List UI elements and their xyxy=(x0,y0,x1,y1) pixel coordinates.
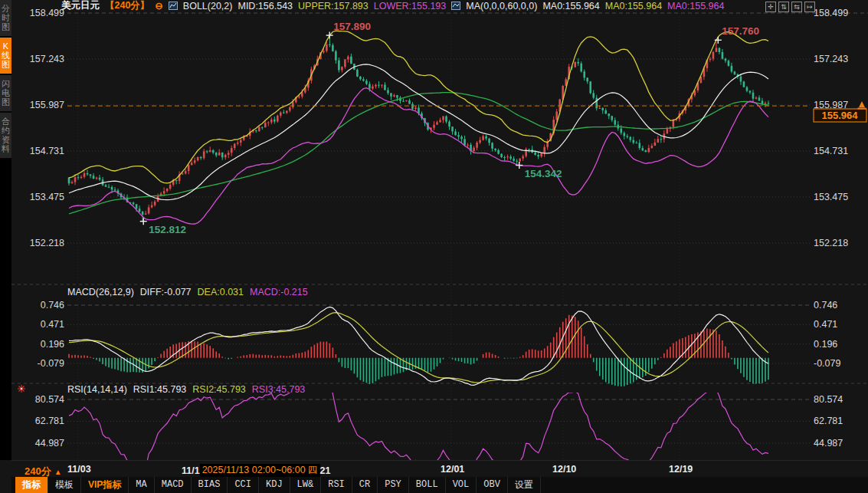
chart-type-sidebar: 分时图K线图闪电图合约资料 xyxy=(0,0,11,460)
boll-indicator-icon[interactable] xyxy=(169,2,178,10)
toolbar-button-MACD[interactable]: MACD xyxy=(155,477,192,493)
axis-label: -0.079 xyxy=(38,358,64,369)
axis-label: 152.218 xyxy=(814,238,848,248)
shift-right-icon[interactable]: ↦ xyxy=(804,2,815,12)
symbol-title: 美元日元 xyxy=(61,0,100,12)
axis-label: 80.574 xyxy=(814,394,843,405)
scale-y-axis-icon[interactable]: ⇅ xyxy=(778,2,789,12)
axis-label: 158.499 xyxy=(30,8,64,18)
toolbar-button-VOL[interactable]: VOL xyxy=(446,477,477,493)
period-collapse-icon[interactable]: ⊖ xyxy=(155,0,162,12)
toolbar-button-MA[interactable]: MA xyxy=(129,477,154,493)
boll-upper: UPPER:157.893 xyxy=(298,1,368,12)
marker-sun-icon xyxy=(18,385,25,393)
axis-label: 157.243 xyxy=(814,54,848,64)
macd-diff: DIFF:-0.077 xyxy=(140,287,192,297)
svg-text:154.342: 154.342 xyxy=(525,168,562,179)
toolbar-button-BIAS[interactable]: BIAS xyxy=(192,477,228,493)
price-annotation: 154.342 xyxy=(516,162,562,179)
svg-text:157.760: 157.760 xyxy=(722,25,759,37)
svg-text:155.964: 155.964 xyxy=(822,110,859,121)
axis-label: 154.731 xyxy=(814,146,848,156)
sidebar-tab-1[interactable]: K线图 xyxy=(0,38,11,75)
time-label-partial: 11/1 xyxy=(182,465,200,476)
time-axis-bar: 240分▲ 11/1 2025/11/13 02:00~06:00 四 21 1… xyxy=(11,460,868,478)
toolbar-button-CCI[interactable]: CCI xyxy=(228,477,259,493)
axis-label: 0.196 xyxy=(41,339,64,350)
ma-name: MA(0,0,0,60,0,0) xyxy=(466,1,537,12)
boll-name: BOLL(20,2) xyxy=(183,1,233,12)
axis-label: 0.471 xyxy=(814,319,837,330)
period-selector-label: 240分 xyxy=(25,465,51,477)
tooltip-datetime: 2025/11/13 02:00~06:00 四 xyxy=(200,464,320,477)
toolbar-button-设置[interactable]: 设置 xyxy=(508,477,541,493)
rsi-2: RSI2:45.793 xyxy=(192,384,246,395)
scale-x-axis-icon[interactable]: ⇆ xyxy=(791,2,802,12)
toolbar-button-LW&[interactable]: LW& xyxy=(290,477,322,493)
ma0-magenta: MA0:155.964 xyxy=(667,1,724,12)
svg-text:152.812: 152.812 xyxy=(149,224,186,235)
axis-label: 155.987 xyxy=(814,100,848,110)
period-label: 【240分】 xyxy=(105,0,149,12)
axis-label: 152.218 xyxy=(30,238,64,248)
axis-label: 158.499 xyxy=(814,8,848,18)
axis-label: 157.243 xyxy=(30,54,64,64)
rsi-panel-header: RSI(14,14,14) RSI1:45.793 RSI2:45.793 RS… xyxy=(67,384,305,395)
indicator-header-bar: 美元日元 【240分】 ⊖ BOLL(20,2) MID:156.543 UPP… xyxy=(61,0,724,12)
sidebar-tab-3[interactable]: 合约资料 xyxy=(0,113,11,159)
toolbar-button-VIP指标[interactable]: VIP指标 xyxy=(81,477,129,493)
macd-dea: DEA:0.031 xyxy=(198,287,244,297)
axis-label: 153.475 xyxy=(814,192,848,202)
time-label: 12/01 xyxy=(441,464,464,475)
rsi-1: RSI1:45.793 xyxy=(133,384,187,395)
boll-mid-line xyxy=(69,64,768,200)
time-label-partial: 21 xyxy=(320,465,331,476)
axis-label: 0.196 xyxy=(814,339,837,350)
axis-label: 153.475 xyxy=(30,192,64,202)
toolbar-button-PSY[interactable]: PSY xyxy=(378,477,409,493)
axis-label: 44.987 xyxy=(35,438,64,449)
toolbar-button-BOLL[interactable]: BOLL xyxy=(409,477,446,493)
axis-label: 0.471 xyxy=(41,319,64,330)
macd-name: MACD(26,12,9) xyxy=(67,287,134,297)
time-label: 12/10 xyxy=(552,464,576,475)
indicator-toolbar: 指标模板VIP指标MAMACDBIASCCIKDJLW&RSICRPSYBOLL… xyxy=(11,477,868,493)
ma0-yellow: MA0:155.964 xyxy=(605,1,662,12)
axis-label: 62.781 xyxy=(814,416,843,426)
macd-macd: MACD:-0.215 xyxy=(250,287,308,297)
time-label: 12/19 xyxy=(669,464,693,475)
sidebar-tab-0[interactable]: 分时图 xyxy=(0,0,11,38)
price-annotation: 157.890 xyxy=(326,21,371,39)
sidebar-tab-2[interactable]: 闪电图 xyxy=(0,75,11,113)
axis-label: 0.746 xyxy=(814,300,837,311)
chart-tool-buttons: ✛⇅⇆↦ xyxy=(765,2,815,12)
axis-label: 44.987 xyxy=(814,438,843,449)
toolbar-button-指标[interactable]: 指标 xyxy=(15,477,48,493)
axis-label: 0.746 xyxy=(41,300,64,311)
crosshair-date-tooltip: 11/1 2025/11/13 02:00~06:00 四 21 xyxy=(182,464,331,477)
macd-panel-header: MACD(26,12,9) DIFF:-0.077 DEA:0.031 MACD… xyxy=(67,287,308,297)
ma0-white: MA0:155.964 xyxy=(542,1,599,12)
axis-label: 62.781 xyxy=(35,416,64,426)
boll-mid: MID:156.543 xyxy=(237,1,293,12)
axis-label: 80.574 xyxy=(35,394,64,405)
price-annotation: 157.760 xyxy=(715,25,759,44)
rsi-name: RSI(14,14,14) xyxy=(67,384,127,395)
price-alert-icon xyxy=(859,101,865,107)
rsi-3: RSI3:45.793 xyxy=(252,384,306,395)
toolbar-button-KDJ[interactable]: KDJ xyxy=(259,477,290,493)
svg-text:157.890: 157.890 xyxy=(333,21,371,32)
ma-indicator-icon[interactable] xyxy=(451,2,460,10)
toolbar-button-CR[interactable]: CR xyxy=(352,477,378,493)
trading-app-window: 分时图K线图闪电图合约资料 美元日元 【240分】 ⊖ BOLL(20,2) M… xyxy=(0,0,868,493)
axis-label: 154.731 xyxy=(30,146,64,156)
toolbar-button-RSI[interactable]: RSI xyxy=(321,477,352,493)
toolbar-button-模板[interactable]: 模板 xyxy=(48,477,81,493)
period-up-arrow-icon: ▲ xyxy=(54,468,62,476)
axis-label: -0.079 xyxy=(814,358,840,369)
axis-label: 155.987 xyxy=(30,100,64,110)
toolbar-button-OBV[interactable]: OBV xyxy=(477,477,508,493)
time-label: 11/03 xyxy=(67,464,91,475)
boll-lower: LOWER:155.193 xyxy=(374,1,447,12)
move-chart-icon[interactable]: ✛ xyxy=(765,2,776,12)
